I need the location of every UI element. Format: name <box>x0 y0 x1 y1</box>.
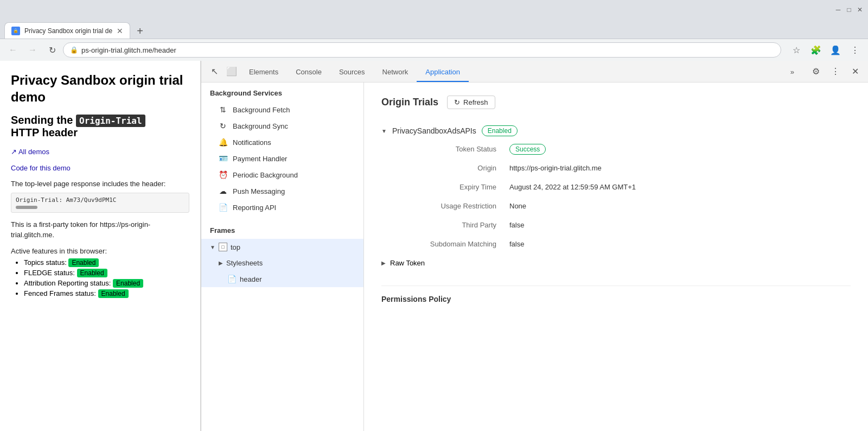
usage-restriction-label: Usage Restriction <box>394 197 503 216</box>
tab-close-button[interactable]: ✕ <box>117 27 123 35</box>
first-party-text: This is a first-party token for https://… <box>11 219 189 240</box>
device-icon[interactable]: ⬜ <box>223 63 240 80</box>
origin-value: https://ps-origin-trial.glitch.me <box>503 159 864 178</box>
header-file-item[interactable]: 📄 header <box>201 271 363 287</box>
top-frame-arrow[interactable]: ▼ <box>210 244 215 250</box>
window-controls: ─ □ ✕ <box>834 6 864 14</box>
third-party-label: Third Party <box>394 216 503 234</box>
sidebar-label-periodic-bg: Periodic Background <box>233 171 298 179</box>
detail-table: Token Status Success Origin https://ps-o… <box>394 140 864 253</box>
origin-trials-title: Origin Trials <box>381 97 438 108</box>
sidebar-item-notifications[interactable]: 🔔 Notifications <box>201 134 363 150</box>
top-frame-label: top <box>231 243 240 251</box>
sidebar-label-push-messaging: Push Messaging <box>233 187 285 195</box>
code-scrollbar[interactable] <box>16 206 37 209</box>
http-header-subtitle: Sending the Origin-Trial HTTP header <box>11 114 189 139</box>
close-button[interactable]: ✕ <box>856 6 864 14</box>
all-demos-link[interactable]: ↗ All demos <box>11 148 49 156</box>
address-bar[interactable]: 🔒 ps-origin-trial.glitch.me/header <box>63 42 781 58</box>
minimize-button[interactable]: ─ <box>834 6 842 14</box>
lock-icon: 🔒 <box>70 46 78 54</box>
background-services-title: Background Services <box>201 83 363 102</box>
settings-icon[interactable]: ⚙ <box>807 63 825 80</box>
attribution-badge: Enabled <box>113 279 143 288</box>
devtools-right-icons: ⚙ ⋮ ✕ <box>807 63 864 80</box>
list-item: FLEDGE status: Enabled <box>24 269 189 277</box>
refresh-origin-trials-button[interactable]: ↻ Refresh <box>447 96 495 109</box>
main-content: Privacy Sandbox origin trial demo Sendin… <box>0 61 868 431</box>
bg-fetch-icon: ⇅ <box>219 105 227 114</box>
title-bar: ─ □ ✕ <box>0 0 868 20</box>
frame-icon: □ <box>219 243 227 251</box>
sidebar-item-bg-sync[interactable]: ↻ Background Sync <box>201 118 363 134</box>
subdomain-value: false <box>503 234 864 253</box>
payment-handler-icon: 🪪 <box>219 154 227 163</box>
origin-trials-header: Origin Trials ↻ Refresh <box>381 96 851 109</box>
features-list: Topics status: Enabled FLEDGE status: En… <box>11 258 189 297</box>
tab-console[interactable]: Console <box>287 62 330 82</box>
sidebar-item-periodic-bg[interactable]: ⏰ Periodic Background <box>201 167 363 183</box>
expiry-value: August 24, 2022 at 12:59:59 AM GMT+1 <box>503 178 864 197</box>
token-status-value: Success <box>509 144 546 155</box>
frames-section: Frames ▼ □ top ▶ Stylesheets 📄 heade <box>201 220 363 287</box>
tab-favicon: 🔒 <box>11 27 20 35</box>
sidebar-label-bg-sync: Background Sync <box>233 122 288 130</box>
trial-status-badge: Enabled <box>482 125 518 136</box>
raw-token-row[interactable]: ▶ Raw Token <box>381 253 851 272</box>
header-file-label: header <box>240 275 261 283</box>
subtitle-suffix: HTTP header <box>11 126 78 138</box>
sidebar-label-notifications: Notifications <box>233 138 271 147</box>
sidebar-item-bg-fetch[interactable]: ⇅ Background Fetch <box>201 102 363 118</box>
maximize-button[interactable]: □ <box>845 6 853 14</box>
usage-restriction-row: Usage Restriction None <box>394 197 864 216</box>
bookmark-button[interactable]: ☆ <box>788 41 805 59</box>
forward-button[interactable]: → <box>24 41 41 59</box>
browser-frame: ─ □ ✕ 🔒 Privacy Sandbox origin trial de … <box>0 0 868 431</box>
devtools-content: Origin Trials ↻ Refresh ▼ PrivacySandbox… <box>364 83 868 431</box>
more-options-icon[interactable]: ⋮ <box>827 63 844 80</box>
code-block: Origin-Trial: Am73/Quv9dPM1C <box>11 193 189 213</box>
sidebar-item-reporting-api[interactable]: 📄 Reporting API <box>201 199 363 216</box>
top-frame-item[interactable]: ▼ □ top <box>201 239 363 255</box>
fenced-frames-label: Fenced Frames status: <box>24 289 98 297</box>
origin-label: Origin <box>394 159 503 178</box>
trial-header[interactable]: ▼ PrivacySandboxAdsAPIs Enabled <box>381 122 851 140</box>
tab-network[interactable]: Network <box>374 62 417 82</box>
code-link[interactable]: Code for this demo <box>11 164 71 172</box>
more-tabs-button[interactable]: » <box>782 62 803 82</box>
bg-sync-icon: ↻ <box>219 122 227 130</box>
stylesheets-arrow[interactable]: ▶ <box>219 260 223 266</box>
sidebar-label-bg-fetch: Background Fetch <box>233 106 290 114</box>
raw-token-label: Raw Token <box>390 259 425 267</box>
code-scroll: Origin-Trial: Am73/Quv9dPM1C <box>16 197 184 204</box>
refresh-button[interactable]: ↻ <box>43 41 61 59</box>
extensions-button[interactable]: 🧩 <box>807 41 825 59</box>
devtools-toolbar: ↖ ⬜ Elements Console Sources Network <box>201 61 868 83</box>
devtools-panel: ↖ ⬜ Elements Console Sources Network <box>201 61 868 431</box>
sidebar-label-reporting-api: Reporting API <box>233 204 276 212</box>
sidebar-item-payment-handler[interactable]: 🪪 Payment Handler <box>201 150 363 167</box>
trial-section: ▼ PrivacySandboxAdsAPIs Enabled Token St… <box>381 122 851 272</box>
active-tab[interactable]: 🔒 Privacy Sandbox origin trial de ✕ <box>4 22 130 39</box>
menu-button[interactable]: ⋮ <box>846 41 864 59</box>
stylesheets-item[interactable]: ▶ Stylesheets <box>201 255 363 271</box>
file-icon: 📄 <box>227 275 237 283</box>
third-party-row: Third Party false <box>394 216 864 234</box>
sidebar-item-push-messaging[interactable]: ☁ Push Messaging <box>201 183 363 199</box>
raw-token-expand-icon[interactable]: ▶ <box>381 260 386 266</box>
reporting-api-icon: 📄 <box>219 203 227 212</box>
cursor-icon[interactable]: ↖ <box>206 63 223 80</box>
header-desc-text: The top-level page response includes the… <box>11 179 189 189</box>
back-button[interactable]: ← <box>4 41 22 59</box>
new-tab-button[interactable]: + <box>132 23 148 39</box>
trial-expand-icon[interactable]: ▼ <box>381 128 387 134</box>
periodic-bg-icon: ⏰ <box>219 170 227 179</box>
close-devtools-icon[interactable]: ✕ <box>846 63 864 80</box>
tab-application[interactable]: Application <box>417 62 469 82</box>
notifications-icon: 🔔 <box>219 138 227 147</box>
tab-elements[interactable]: Elements <box>240 62 287 82</box>
subtitle-text: Sending the <box>11 114 73 126</box>
tab-bar: 🔒 Privacy Sandbox origin trial de ✕ + <box>0 20 868 39</box>
profile-button[interactable]: 👤 <box>827 41 844 59</box>
tab-sources[interactable]: Sources <box>330 62 374 82</box>
